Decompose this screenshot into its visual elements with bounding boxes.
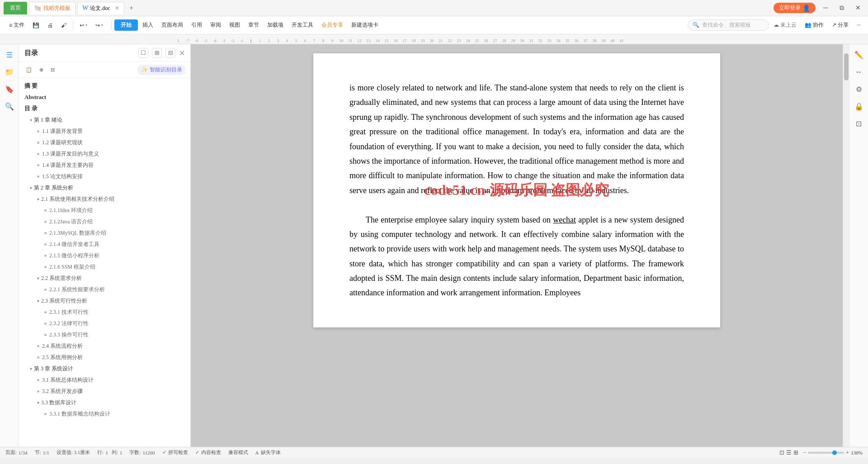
line-label: 行: xyxy=(97,449,104,456)
toc-item[interactable]: ▾2.3 系统可行性分析 xyxy=(19,295,190,307)
toc-item[interactable]: 摘 要 xyxy=(19,80,190,92)
print-view-icon[interactable]: ⊡ xyxy=(779,449,784,456)
toc-item[interactable]: 1.3 课题开发目的与意义 xyxy=(19,148,190,160)
toc-item[interactable]: 2.3.2 法律可行性 xyxy=(19,318,190,329)
toc-item[interactable]: 2.5 系统用例分析 xyxy=(19,352,190,363)
tab-home[interactable]: 首页 xyxy=(4,2,27,14)
start-button[interactable]: 开始 xyxy=(114,19,138,31)
sidebar-icon-1[interactable]: ☐ xyxy=(138,48,148,58)
toc-item[interactable]: ▾第 1 章 绪论 xyxy=(19,114,190,126)
toc-item[interactable]: 2.1.3MySQL 数据库介绍 xyxy=(19,227,190,239)
insert-button[interactable]: 插入 xyxy=(139,19,157,31)
edit-icon[interactable]: ✏️ xyxy=(852,48,866,62)
grid-icon[interactable]: ⊡ xyxy=(852,117,866,130)
sidebar-tool-2[interactable]: ⊕ xyxy=(37,66,46,74)
toc-item[interactable]: 1.5 论文结构安排 xyxy=(19,171,190,182)
toc-item[interactable]: Abstract xyxy=(19,92,190,103)
upgrade-button[interactable]: 立即登录 👤 xyxy=(774,3,816,13)
undo-button[interactable]: ↩ ▾ xyxy=(76,20,91,30)
view-button[interactable]: 视图 xyxy=(226,19,244,31)
tab-doc-close[interactable]: ✕ xyxy=(115,5,119,12)
save-button[interactable]: 💾 xyxy=(29,20,43,30)
tab-doc[interactable]: W 论文.doc ✕ xyxy=(77,2,124,14)
format-brush-button[interactable]: 🖌 xyxy=(57,20,70,30)
print-button[interactable]: 🖨 xyxy=(44,20,57,30)
close-button[interactable]: ✕ xyxy=(852,2,864,14)
vertical-scrollbar[interactable] xyxy=(843,44,849,447)
redo-button[interactable]: ↪ ▾ xyxy=(92,20,107,30)
search-panel-icon[interactable]: 🔍 xyxy=(3,99,16,113)
reference-button[interactable]: 引用 xyxy=(188,19,206,31)
sidebar-tool-3[interactable]: ⊟ xyxy=(48,66,57,74)
missing-font-btn[interactable]: A 缺失字体 xyxy=(255,449,281,456)
toc-item[interactable]: 2.3.1 技术可行性 xyxy=(19,307,190,318)
print-icon: 🖨 xyxy=(47,22,53,28)
devtools-button[interactable]: 开发工具 xyxy=(288,19,317,31)
toc-item[interactable]: 3.3.1 数据库概念结构设计 xyxy=(19,408,190,420)
bookmark-panel-icon[interactable]: 🔖 xyxy=(3,82,16,96)
newtab-button[interactable]: 新建选项卡 xyxy=(348,19,382,31)
toc-item[interactable]: 1.4 课题开发主要内容 xyxy=(19,160,190,171)
minimize-button[interactable]: ─ xyxy=(819,2,832,14)
settings-info: 设置值: 3.1厘米 xyxy=(57,449,90,456)
zoom-out-button[interactable]: − xyxy=(803,449,806,456)
toc-item[interactable]: 1.1 课题开发背景 xyxy=(19,126,190,137)
toc-panel-icon[interactable]: ☰ xyxy=(3,48,16,62)
zoom-in-button[interactable]: + xyxy=(846,449,849,456)
zoom-slider[interactable] xyxy=(808,452,844,454)
toc-item[interactable]: 2.2.1 系统性能要求分析 xyxy=(19,284,190,295)
sidebar-close-button[interactable]: ✕ xyxy=(179,49,185,57)
toc-item[interactable]: 2.1.4 微信开发者工具 xyxy=(19,239,190,250)
vip-button[interactable]: 会员专享 xyxy=(318,19,347,31)
tab-template[interactable]: 🐚 找稻壳模板 xyxy=(29,2,75,14)
compat-mode-btn[interactable]: 兼容模式 xyxy=(228,449,248,456)
layout-icon[interactable]: ↔ xyxy=(852,65,866,79)
files-panel-icon[interactable]: 📁 xyxy=(3,65,16,79)
collab-button[interactable]: 👥 协作 xyxy=(801,19,827,31)
toc-item[interactable]: 2.1.1Idea 环境介绍 xyxy=(19,205,190,216)
sidebar-icon-3[interactable]: ⊟ xyxy=(165,48,175,58)
toc-item[interactable]: 3.2 系统开发步骤 xyxy=(19,386,190,397)
toc-item[interactable]: 2.1.2Java 语言介绍 xyxy=(19,216,190,227)
toc-item[interactable]: ▾2.1 系统使用相关技术分析介绍 xyxy=(19,194,190,205)
file-button[interactable]: ≡ ≡ 文件 文件 xyxy=(5,19,28,31)
doc-text[interactable]: is more closely related to network and l… xyxy=(349,80,684,300)
lock-icon[interactable]: 🔒 xyxy=(852,99,866,113)
toc-item[interactable]: ▾3.3 数据库设计 xyxy=(19,397,190,408)
spell-check-btn[interactable]: ✓ 拼写检查 xyxy=(162,449,188,456)
toc-item-label: 2.2 系统需求分析 xyxy=(41,275,82,282)
toc-item[interactable]: 2.1.5 微信小程序分析 xyxy=(19,250,190,261)
toc-item[interactable]: 3.1 系统总体结构设计 xyxy=(19,374,190,386)
add-tab-button[interactable]: + xyxy=(126,3,137,14)
restore-button[interactable]: ⧉ xyxy=(835,2,848,14)
sidebar: 目录 ☐ ⊞ ⊟ ✕ 📋 ⊕ ⊟ ✨ 智能识别目录 摘 要Abst xyxy=(19,44,191,447)
sidebar-tool-1[interactable]: 📋 xyxy=(24,66,34,74)
search-box[interactable]: 🔍 查找命令、搜索模板 xyxy=(688,19,769,31)
share-button[interactable]: ↗ 分享 xyxy=(828,19,852,31)
doc-scroll[interactable]: code51.cn-源码乐园 盗图必究 is more closely rela… xyxy=(191,44,843,447)
toc-item[interactable]: ▾2.2 系统需求分析 xyxy=(19,273,190,284)
outline-view-icon[interactable]: ☰ xyxy=(786,449,792,456)
toc-item[interactable]: 2.4 系统流程分析 xyxy=(19,341,190,352)
doc-icon: W xyxy=(82,5,88,12)
sidebar-icon-2[interactable]: ⊞ xyxy=(152,48,162,58)
more-options-button[interactable]: ··· xyxy=(853,20,864,30)
content-check-btn[interactable]: ✓ 内容检查 xyxy=(195,449,221,456)
layout-button[interactable]: 页面布局 xyxy=(158,19,187,31)
settings-icon[interactable]: ⚙ xyxy=(852,82,866,96)
ai-toc-button[interactable]: ✨ 智能识别目录 xyxy=(137,65,186,75)
toc-item[interactable]: ▾第 3 章 系统设计 xyxy=(19,363,190,374)
web-view-icon[interactable]: ⊞ xyxy=(793,449,798,456)
zoom-thumb[interactable] xyxy=(832,450,837,455)
review-button[interactable]: 审阅 xyxy=(207,19,225,31)
toc-item[interactable]: ▾第 2 章 系统分析 xyxy=(19,182,190,194)
toc-item[interactable]: 2.1.6 SSM 框架介绍 xyxy=(19,261,190,273)
toc-item[interactable]: 2.3.3 操作可行性 xyxy=(19,329,190,341)
toc-item[interactable]: 1.2 课题研究现状 xyxy=(19,137,190,148)
chapter-button[interactable]: 章节 xyxy=(245,19,263,31)
scroll-thumb[interactable] xyxy=(844,53,849,80)
cloud-button[interactable]: ☁ 未上云 xyxy=(770,19,800,31)
additem-button[interactable]: 加载项 xyxy=(264,19,287,31)
toc-item[interactable]: 目 录 xyxy=(19,103,190,114)
toc-tree[interactable]: 摘 要Abstract目 录▾第 1 章 绪论1.1 课题开发背景1.2 课题研… xyxy=(19,78,190,447)
